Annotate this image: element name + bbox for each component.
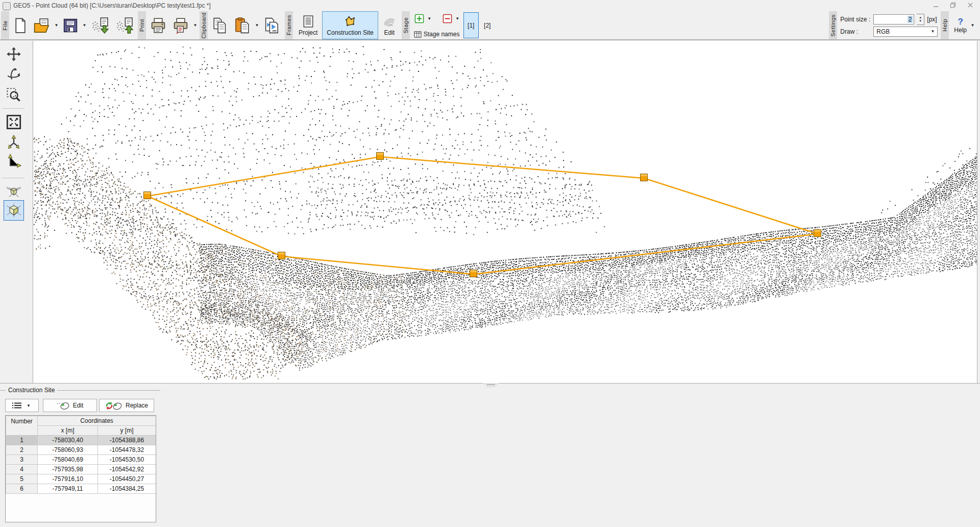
paste-dropdown[interactable]: ▼ xyxy=(254,11,260,39)
axonometric-view-icon xyxy=(6,203,21,218)
view-toolbar xyxy=(0,41,33,383)
copy-icon xyxy=(211,17,229,34)
table-row[interactable]: 4-757935,98-1054542,92 xyxy=(6,465,156,474)
edit-construction-site-button[interactable]: Edit xyxy=(43,399,97,412)
minus-icon xyxy=(443,14,452,23)
perspective-view-icon xyxy=(6,183,21,199)
coord-x-cell[interactable]: -758030,40 xyxy=(38,436,98,445)
app-icon xyxy=(3,2,11,10)
table-row[interactable]: 1-758030,40-1054388,86 xyxy=(6,436,156,445)
add-stage-button[interactable] xyxy=(414,13,425,23)
coord-y-cell[interactable]: -1054530,50 xyxy=(98,455,156,465)
point-size-input[interactable]: 2 xyxy=(873,14,914,25)
open-file-dropdown[interactable]: ▼ xyxy=(53,11,60,39)
point-cloud-canvas[interactable] xyxy=(33,41,977,383)
new-file-button[interactable] xyxy=(10,11,31,39)
copy-picture-button[interactable] xyxy=(260,11,284,39)
stage-names-icon xyxy=(414,31,422,38)
export-point-cloud-icon xyxy=(115,16,134,35)
open-file-icon xyxy=(33,17,51,34)
window-title: GEO5 - Point Cloud (64 bit) [C:\Users\tu… xyxy=(13,0,211,11)
coord-y-cell[interactable]: -1054384,25 xyxy=(98,484,156,494)
row-number-cell[interactable]: 4 xyxy=(6,465,38,474)
print-button[interactable] xyxy=(147,11,169,39)
print-section-label: Print xyxy=(138,11,146,39)
stage-tab-1[interactable]: [1] xyxy=(463,12,479,38)
print-picture-button[interactable] xyxy=(169,11,192,39)
sidebar-separator xyxy=(2,108,24,109)
import-point-cloud-button[interactable] xyxy=(88,11,112,39)
coord-y-cell[interactable]: -1054542,92 xyxy=(98,465,156,474)
paste-button[interactable] xyxy=(231,11,254,39)
coord-y-cell[interactable]: -1054388,86 xyxy=(98,436,156,445)
viewport xyxy=(33,41,977,383)
point-size-spinner[interactable]: ▲▼ xyxy=(917,14,924,25)
list-icon xyxy=(12,402,22,409)
restore-button[interactable] xyxy=(944,0,962,10)
table-row[interactable]: 6-757949,11-1054384,25 xyxy=(6,484,156,494)
remove-stage-dropdown[interactable]: ▼ xyxy=(454,16,461,21)
minimize-button[interactable] xyxy=(927,0,944,10)
frame-construction-site-button[interactable]: Construction Site xyxy=(322,11,378,39)
help-dropdown[interactable]: ▼ xyxy=(969,23,976,28)
coordinates-column-header: Coordinates xyxy=(38,416,156,426)
stage-names-button[interactable]: Stage names xyxy=(414,31,461,38)
titlebar: GEO5 - Point Cloud (64 bit) [C:\Users\tu… xyxy=(0,0,980,11)
axonometric-view-button[interactable] xyxy=(4,200,24,221)
frame-project-button[interactable]: Project xyxy=(294,11,322,39)
draw-select[interactable]: RGB ▼ xyxy=(873,27,938,37)
row-number-cell[interactable]: 6 xyxy=(6,484,38,494)
zoom-window-tool-button[interactable] xyxy=(4,85,24,105)
window-controls xyxy=(927,0,979,11)
table-row[interactable]: 2-758060,93-1054478,32 xyxy=(6,445,156,455)
print-picture-dropdown[interactable]: ▼ xyxy=(192,11,199,39)
row-number-cell[interactable]: 3 xyxy=(6,455,38,465)
geo5-point-cloud-window: { "window": { "title": "GEO5 - Point Clo… xyxy=(0,0,980,527)
table-row[interactable]: 5-757916,10-1054450,27 xyxy=(6,474,156,484)
sidebar-separator xyxy=(2,178,24,178)
export-point-cloud-button[interactable] xyxy=(112,11,137,39)
rotate-tool-button[interactable] xyxy=(4,64,24,85)
perspective-view-button[interactable] xyxy=(4,181,24,201)
help-button[interactable]: ? Help ▼ xyxy=(950,11,980,39)
pan-tool-button[interactable] xyxy=(4,44,24,64)
printer-picture-icon xyxy=(172,17,189,34)
remove-stage-button[interactable] xyxy=(442,13,453,23)
help-section-label: Help xyxy=(941,11,949,39)
list-menu-button[interactable]: ▼ xyxy=(5,399,39,412)
x-column-header: x [m] xyxy=(38,426,98,436)
row-number-cell[interactable]: 2 xyxy=(6,445,38,455)
coord-x-cell[interactable]: -757949,11 xyxy=(38,484,98,494)
table-row[interactable]: 3-758040,69-1054530,50 xyxy=(6,455,156,465)
draw-label: Draw : xyxy=(840,28,871,35)
edit-mouse-icon xyxy=(57,401,70,410)
file-section-label: File xyxy=(1,11,9,39)
close-button[interactable] xyxy=(962,0,979,10)
row-number-cell[interactable]: 5 xyxy=(6,474,38,484)
copy-button[interactable] xyxy=(209,11,231,39)
save-dropdown[interactable]: ▼ xyxy=(81,11,88,39)
paste-icon xyxy=(234,17,251,34)
open-file-button[interactable] xyxy=(31,11,53,39)
axes-2d-view-button[interactable] xyxy=(4,151,24,172)
stage-tab-2[interactable]: [2] xyxy=(480,12,495,38)
fit-to-screen-button[interactable] xyxy=(4,112,24,132)
coord-y-cell[interactable]: -1054478,32 xyxy=(98,445,156,455)
coord-x-cell[interactable]: -757935,98 xyxy=(38,465,98,474)
replace-construction-site-button[interactable]: Replace xyxy=(99,399,154,412)
number-column-header: Number xyxy=(6,416,38,436)
copy-picture-icon xyxy=(263,17,281,34)
frame-edit-button[interactable]: Edit xyxy=(378,11,401,39)
printer-icon xyxy=(150,17,167,34)
zoom-window-icon xyxy=(6,87,21,103)
axes-3d-view-button[interactable] xyxy=(4,132,24,153)
list-menu-dropdown-icon: ▼ xyxy=(26,403,32,408)
save-button[interactable] xyxy=(60,11,81,39)
add-stage-dropdown[interactable]: ▼ xyxy=(426,16,433,21)
main-area xyxy=(0,40,980,383)
coord-x-cell[interactable]: -758060,93 xyxy=(38,445,98,455)
coord-x-cell[interactable]: -757916,10 xyxy=(38,474,98,484)
coord-y-cell[interactable]: -1054450,27 xyxy=(98,474,156,484)
coord-x-cell[interactable]: -758040,69 xyxy=(38,455,98,465)
row-number-cell[interactable]: 1 xyxy=(6,436,38,445)
